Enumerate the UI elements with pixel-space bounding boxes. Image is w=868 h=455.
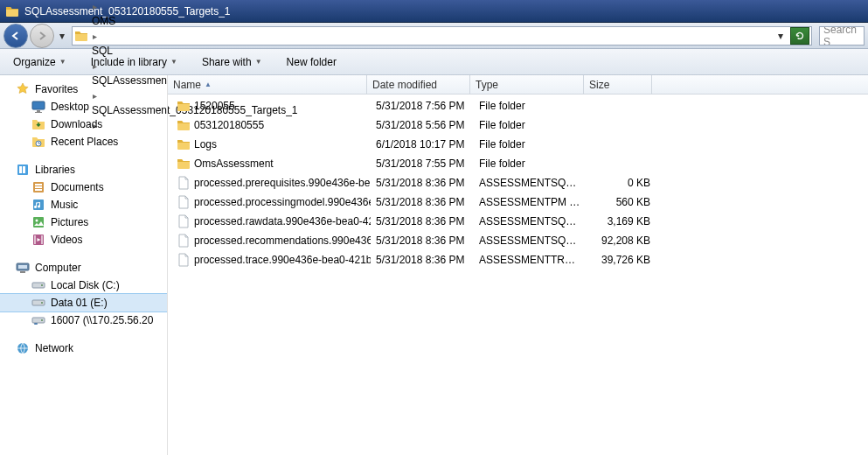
file-row[interactable]: processed.processingmodel.990e436e-bea0-…	[168, 192, 868, 212]
nav-item[interactable]: Local Disk (C:)	[0, 276, 167, 294]
refresh-button[interactable]	[790, 27, 809, 45]
nav-item[interactable]: Documents	[0, 178, 167, 196]
netdrive-icon	[31, 313, 45, 327]
nav-item[interactable]: Recent Places	[0, 133, 167, 150]
file-row[interactable]: 15200555/31/2018 7:56 PMFile folder	[168, 96, 868, 116]
nav-item-label: Documents	[51, 181, 104, 193]
folder-icon	[177, 118, 191, 132]
nav-item-label: Data 01 (E:)	[51, 297, 108, 309]
breadcrumb[interactable]: OMS	[90, 12, 300, 30]
file-name: processed.rawdata.990e436e-bea0-421b-8..…	[194, 215, 371, 228]
file-row[interactable]: Logs6/1/2018 10:17 PMFile folder	[168, 135, 868, 154]
breadcrumb-separator[interactable]: ▸	[90, 2, 100, 11]
file-type: ASSESSMENTSQLR...	[474, 215, 587, 228]
file-row[interactable]: processed.prerequisites.990e436e-bea0-42…	[168, 173, 868, 192]
navbar: ▾ ▸Computer▸Data 01 (E:)▸OMS▸SQL▸SQLAsse…	[0, 23, 868, 49]
libraries-icon	[16, 163, 30, 177]
computer-header[interactable]: Computer	[0, 259, 167, 276]
drive-icon	[31, 296, 45, 310]
address-dropdown[interactable]: ▾	[773, 27, 788, 45]
computer-group: Computer Local Disk (C:)Data 01 (E:)1600…	[0, 259, 167, 329]
include-library-button[interactable]: Include in library▼	[85, 53, 184, 71]
file-date: 5/31/2018 8:36 PM	[371, 177, 474, 189]
share-with-button[interactable]: Share with▼	[196, 53, 268, 71]
file-size: 39,726 KB	[587, 254, 656, 266]
file-name: processed.prerequisites.990e436e-bea0-42…	[194, 177, 371, 189]
file-size: 92,208 KB	[587, 234, 656, 247]
file-type: ASSESSMENTSQLRE...	[474, 177, 587, 189]
computer-icon	[16, 261, 30, 275]
nav-item[interactable]: Pictures	[0, 214, 167, 231]
desktop-icon	[31, 100, 45, 114]
nav-item-label: Local Disk (C:)	[51, 279, 120, 291]
file-name: 1520055	[194, 100, 235, 112]
libraries-group: Libraries DocumentsMusicPicturesVideos	[0, 161, 167, 248]
nav-pane: Favorites DesktopDownloadsRecent Places …	[0, 75, 168, 455]
nav-item[interactable]: Desktop	[0, 98, 167, 116]
file-date: 6/1/2018 10:17 PM	[371, 138, 474, 150]
file-name: processed.recommendations.990e436e-bea..…	[194, 234, 371, 247]
file-date: 5/31/2018 8:36 PM	[371, 215, 474, 228]
nav-item[interactable]: 16007 (\\170.25.56.20	[0, 312, 167, 329]
file-type: ASSESSMENTTRAC...	[474, 254, 587, 266]
file-type: File folder	[474, 100, 587, 112]
col-header-size[interactable]: Size	[584, 75, 652, 94]
folder-icon	[177, 137, 191, 151]
organize-button[interactable]: Organize▼	[7, 53, 73, 71]
nav-item-label: Recent Places	[51, 136, 118, 148]
file-row[interactable]: processed.recommendations.990e436e-bea..…	[168, 231, 868, 250]
file-row[interactable]: processed.rawdata.990e436e-bea0-421b-8..…	[168, 212, 868, 231]
file-row[interactable]: OmsAssessment5/31/2018 7:55 PMFile folde…	[168, 154, 868, 173]
nav-item[interactable]: Videos	[0, 231, 167, 248]
file-icon	[177, 195, 191, 209]
back-button[interactable]	[3, 24, 28, 48]
nav-item-label: Downloads	[51, 118, 102, 130]
network-group: Network	[0, 340, 167, 357]
col-header-name[interactable]: Name▲	[168, 75, 367, 94]
search-input[interactable]: Search S	[819, 26, 865, 46]
column-headers: Name▲ Date modified Type Size	[168, 75, 868, 94]
folder-icon	[177, 157, 191, 171]
file-name: OmsAssessment	[194, 158, 274, 170]
search-placeholder: Search S	[823, 26, 860, 46]
file-date: 5/31/2018 8:36 PM	[371, 234, 474, 247]
forward-button[interactable]	[30, 24, 54, 48]
file-type: File folder	[474, 119, 587, 131]
file-size: 560 KB	[587, 196, 656, 208]
file-row[interactable]: 0531201805555/31/2018 5:56 PMFile folder	[168, 116, 868, 135]
file-size: 3,169 KB	[587, 215, 656, 228]
breadcrumb-separator[interactable]: ▸	[90, 32, 100, 41]
favorites-header[interactable]: Favorites	[0, 80, 167, 98]
nav-item[interactable]: Music	[0, 196, 167, 214]
file-icon	[177, 214, 191, 228]
file-name: 053120180555	[194, 119, 264, 131]
network-header[interactable]: Network	[0, 340, 167, 357]
file-name: Logs	[194, 138, 217, 150]
music-icon	[31, 198, 45, 212]
drive-icon	[31, 278, 45, 292]
file-date: 5/31/2018 7:56 PM	[371, 100, 474, 112]
new-folder-button[interactable]: New folder	[281, 53, 343, 71]
downloads-icon	[31, 117, 45, 131]
file-row[interactable]: processed.trace.990e436e-bea0-421b-845c.…	[168, 250, 868, 270]
nav-item[interactable]: Data 01 (E:)	[0, 294, 167, 312]
col-header-date[interactable]: Date modified	[367, 75, 470, 94]
address-bar[interactable]: ▸Computer▸Data 01 (E:)▸OMS▸SQL▸SQLAssess…	[72, 26, 812, 46]
nav-item-label: Music	[51, 199, 78, 211]
file-date: 5/31/2018 5:56 PM	[371, 119, 474, 131]
pictures-icon	[31, 215, 45, 229]
nav-history-dropdown[interactable]: ▾	[56, 30, 68, 42]
file-type: File folder	[474, 158, 587, 170]
nav-item[interactable]: Downloads	[0, 116, 167, 133]
file-icon	[177, 176, 191, 190]
nav-item-label: Desktop	[51, 101, 89, 113]
file-type: ASSESSMENTPM File	[474, 196, 587, 208]
file-size: 0 KB	[587, 177, 656, 189]
sort-asc-icon: ▲	[205, 80, 212, 88]
folder-icon	[177, 99, 191, 113]
file-type: File folder	[474, 138, 587, 150]
file-name: processed.processingmodel.990e436e-bea0-…	[194, 196, 371, 208]
nav-item-label: 16007 (\\170.25.56.20	[51, 314, 153, 326]
col-header-type[interactable]: Type	[470, 75, 584, 94]
libraries-header[interactable]: Libraries	[0, 161, 167, 178]
